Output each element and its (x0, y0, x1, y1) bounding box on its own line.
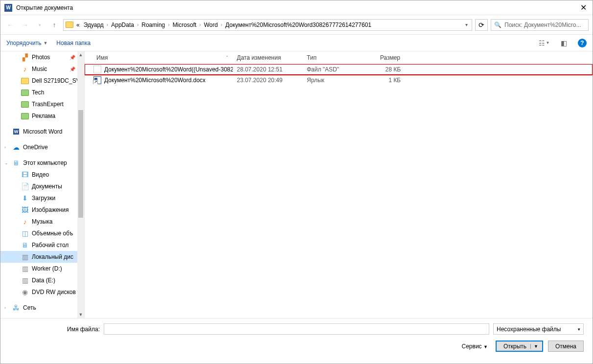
back-button[interactable]: ← (4, 19, 16, 31)
file-date: 23.07.2020 20:49 (233, 77, 303, 84)
sidebar-item[interactable]: ♪Музыка (0, 216, 84, 228)
scroll-down-button[interactable]: ▼ (77, 311, 84, 318)
expand-icon: › (4, 305, 6, 310)
photos-icon: ▞ (21, 53, 29, 61)
file-row[interactable]: Документ%20Microsoft%20Word((Unsaved-308… (85, 64, 593, 75)
view-options-button[interactable]: ☷▼ (539, 38, 549, 48)
sidebar-item-word[interactable]: WMicrosoft Word (0, 126, 84, 137)
breadcrumb[interactable]: Microsoft (172, 22, 198, 28)
dvd-icon: ◉ (21, 288, 29, 296)
breadcrumb[interactable]: Эдуард (83, 22, 105, 28)
sidebar-item[interactable]: TrashExpert (0, 98, 84, 110)
sidebar-item-label: Реклама (32, 113, 55, 119)
sidebar-item-label: Музыка (32, 218, 52, 225)
sidebar-item-label: Worker (D:) (32, 265, 62, 272)
pin-icon: 📌 (69, 55, 75, 60)
file-row[interactable]: Документ%20Microsoft%20Word.docx 23.07.2… (85, 75, 593, 86)
sidebar-item[interactable]: 📄Документы (0, 181, 84, 192)
sidebar-item[interactable]: Dell S2719DC_SV (0, 75, 84, 87)
drive-icon: ▥ (21, 276, 29, 284)
sidebar-item-label: TrashExpert (32, 101, 64, 108)
breadcrumb[interactable]: Word (203, 22, 219, 28)
sidebar-item-label: Видео (32, 171, 49, 178)
file-icon (93, 76, 101, 84)
help-button[interactable]: ? (578, 39, 587, 47)
chevron-right-icon: › (107, 22, 108, 27)
sidebar-item[interactable]: ▥Data (E:) (0, 274, 84, 286)
sidebar-item-thispc[interactable]: ⌄🖥Этот компьютер (0, 157, 84, 169)
sidebar-item-network[interactable]: ›🖧Сеть (0, 302, 84, 314)
sidebar-item-label: Загрузки (32, 195, 55, 202)
sidebar-item[interactable]: ⬇Загрузки (0, 192, 84, 204)
sidebar-item[interactable]: 🎞Видео (0, 169, 84, 181)
sidebar-item-label: Dell S2719DC_SV (32, 77, 80, 84)
sidebar-item-label: Объемные объ (32, 230, 73, 237)
scrollbar[interactable]: ▲ ▼ (77, 51, 84, 318)
column-size[interactable]: Размер (362, 51, 405, 64)
sidebar: ▞Photos📌♪Music📌Dell S2719DC_SVTechTrashE… (0, 51, 85, 318)
sidebar-item-label: Этот компьютер (23, 159, 67, 166)
sidebar-item[interactable]: ▥Worker (D:) (0, 263, 84, 274)
sidebar-item-label: Рабочий стол (32, 242, 68, 249)
tools-dropdown[interactable]: Сервис ▼ (462, 343, 488, 350)
organize-button[interactable]: Упорядочить▼ (6, 40, 47, 46)
sidebar-item[interactable]: ▞Photos📌 (0, 51, 84, 63)
search-input[interactable]: 🔍 Поиск: Документ%20Micro... (491, 19, 589, 31)
chevron-right-icon: › (221, 22, 222, 27)
file-icon (93, 66, 101, 73)
file-type-filter[interactable]: Несохраненные файлы▾ (493, 323, 584, 335)
refresh-button[interactable]: ⟳ (475, 19, 488, 31)
nav-bar: ← → ▾ ↑ « Эдуард› AppData› Roaming› Micr… (0, 15, 593, 35)
file-name: Документ%20Microsoft%20Word.docx (104, 77, 205, 84)
search-placeholder: Поиск: Документ%20Micro... (504, 22, 581, 28)
sidebar-item[interactable]: ◫Объемные объ (0, 228, 84, 239)
downloads-icon: ⬇ (21, 194, 29, 202)
sidebar-item[interactable]: ♪Music📌 (0, 63, 84, 75)
sidebar-item[interactable]: ▥Локальный дис (0, 251, 84, 263)
sidebar-item[interactable]: Реклама (0, 110, 84, 122)
address-dropdown[interactable]: ▾ (463, 22, 470, 27)
recent-dropdown[interactable]: ▾ (34, 19, 46, 31)
sidebar-item[interactable]: 🖼Изображения (0, 204, 84, 216)
file-area: Имя˄ Дата изменения Тип Размер Документ%… (85, 51, 593, 318)
file-name: Документ%20Microsoft%20Word((Unsaved-308… (104, 66, 233, 73)
forward-button[interactable]: → (19, 19, 31, 31)
sidebar-item[interactable]: ◉DVD RW дисков (0, 286, 84, 298)
up-button[interactable]: ↑ (48, 19, 60, 31)
open-button[interactable]: Открыть▼ (496, 341, 543, 352)
filename-input[interactable] (104, 323, 489, 335)
folder-green-icon (21, 100, 29, 108)
file-type: Ярлык (303, 77, 362, 84)
cancel-button[interactable]: Отмена (548, 341, 584, 352)
word-icon: W (12, 128, 20, 136)
pin-icon: 📌 (69, 67, 75, 72)
column-type[interactable]: Тип (303, 51, 362, 64)
cloud-icon: ☁ (12, 143, 20, 151)
scrollbar-thumb[interactable] (78, 110, 83, 218)
scroll-up-button[interactable]: ▲ (77, 51, 84, 58)
monitor-icon: 🖥 (12, 159, 20, 167)
address-bar[interactable]: « Эдуард› AppData› Roaming› Microsoft› W… (63, 19, 472, 31)
sidebar-item-label: Data (E:) (32, 277, 55, 284)
breadcrumb[interactable]: AppData (110, 22, 135, 28)
sidebar-item-onedrive[interactable]: ›☁OneDrive (0, 141, 84, 153)
column-name[interactable]: Имя˄ (85, 51, 233, 64)
column-date[interactable]: Дата изменения (233, 51, 303, 64)
preview-pane-button[interactable]: ◧ (558, 38, 569, 48)
sidebar-item[interactable]: 🖥Рабочий стол (0, 239, 84, 251)
sidebar-item-label: Документы (32, 183, 62, 190)
app-icon: W (4, 4, 12, 12)
new-folder-button[interactable]: Новая папка (56, 40, 91, 46)
drive-icon: ▥ (21, 253, 29, 261)
pictures-icon: 🖼 (21, 206, 29, 214)
sidebar-item[interactable]: Tech (0, 87, 84, 98)
breadcrumb[interactable]: Roaming (140, 22, 166, 28)
expand-icon: › (4, 145, 6, 150)
open-split-dropdown[interactable]: ▼ (530, 344, 538, 349)
close-button[interactable]: ✕ (578, 3, 589, 12)
music-icon: ♪ (21, 218, 29, 226)
filename-label: Имя файла: (9, 326, 100, 333)
breadcrumb[interactable]: Документ%20Microsoft%20Word3082677726142… (224, 22, 372, 28)
3d-icon: ◫ (21, 229, 29, 237)
folder-icon (66, 22, 73, 28)
